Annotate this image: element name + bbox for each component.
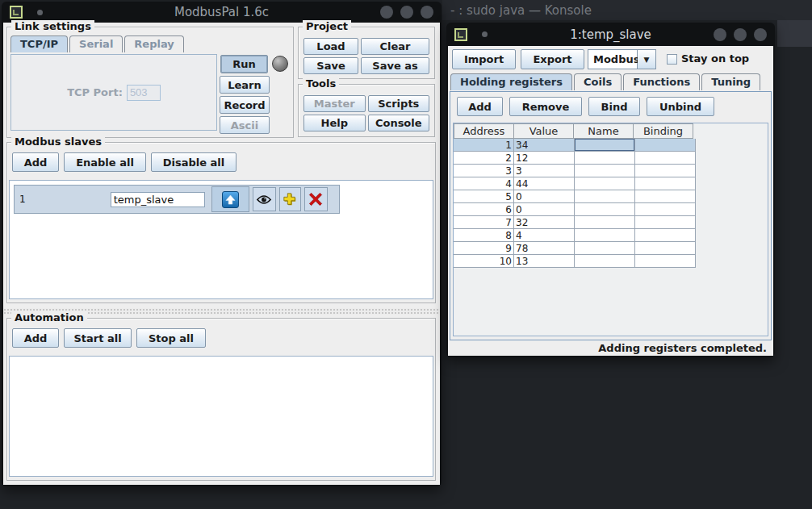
- tcp-port-field[interactable]: [127, 85, 161, 101]
- maximize-icon[interactable]: [734, 28, 747, 41]
- eye-icon[interactable]: [253, 187, 276, 211]
- close-icon[interactable]: [421, 6, 433, 19]
- cell-name[interactable]: [575, 165, 635, 177]
- cell-name[interactable]: [575, 152, 635, 165]
- cell-bind[interactable]: [635, 165, 696, 177]
- cell-val[interactable]: 12: [514, 152, 575, 165]
- maximize-icon[interactable]: [400, 6, 413, 19]
- cell-bind[interactable]: [635, 177, 696, 190]
- cell-name[interactable]: [575, 216, 635, 229]
- cell-val[interactable]: 32: [514, 216, 575, 229]
- table-row[interactable]: 732: [454, 216, 768, 229]
- cell-bind[interactable]: [635, 229, 696, 242]
- add-automation-button[interactable]: Add: [12, 328, 59, 348]
- stay-on-top-label[interactable]: Stay on top: [681, 52, 749, 65]
- mode-combobox[interactable]: Modbus ▼: [588, 49, 656, 69]
- close-icon[interactable]: [754, 28, 767, 41]
- table-row[interactable]: 84: [454, 229, 768, 242]
- minimize-icon[interactable]: [380, 6, 393, 19]
- cell-addr[interactable]: 2: [454, 152, 514, 165]
- disable-all-button[interactable]: Disable all: [151, 152, 236, 172]
- cell-addr[interactable]: 4: [454, 177, 514, 190]
- tab-coils[interactable]: Coils: [574, 73, 622, 90]
- scripts-button[interactable]: Scripts: [368, 95, 430, 112]
- cell-addr[interactable]: 6: [454, 203, 514, 216]
- cell-addr[interactable]: 8: [454, 229, 514, 242]
- tab-functions[interactable]: Functions: [623, 73, 700, 90]
- add-automation-icon[interactable]: [279, 187, 301, 211]
- add-slave-button[interactable]: Add: [12, 152, 59, 172]
- add-register-button[interactable]: Add: [457, 97, 503, 116]
- column-header-value[interactable]: Value: [513, 123, 574, 139]
- cell-bind[interactable]: [635, 139, 696, 152]
- stay-on-top-checkbox[interactable]: [667, 54, 677, 65]
- window-menu-icon[interactable]: [10, 6, 23, 19]
- cell-addr[interactable]: 5: [454, 190, 514, 203]
- cell-bind[interactable]: [635, 216, 696, 229]
- window-menu-icon[interactable]: [454, 28, 467, 41]
- table-row[interactable]: 978: [454, 242, 768, 255]
- remove-register-button[interactable]: Remove: [509, 97, 582, 116]
- cell-addr[interactable]: 3: [454, 165, 514, 177]
- table-row[interactable]: 60: [454, 203, 768, 216]
- table-row[interactable]: 134: [454, 139, 768, 152]
- cell-name[interactable]: [575, 242, 635, 255]
- cell-name[interactable]: [575, 203, 635, 216]
- cell-name[interactable]: [575, 255, 635, 268]
- slave-row[interactable]: 1: [14, 185, 340, 214]
- cell-bind[interactable]: [635, 190, 696, 203]
- slave-editor-titlebar[interactable]: 1:temp_slave: [446, 23, 775, 46]
- table-row[interactable]: 212: [454, 152, 768, 165]
- minimize-icon[interactable]: [714, 28, 726, 41]
- slave-name-field[interactable]: [111, 192, 205, 207]
- cell-bind[interactable]: [635, 255, 696, 268]
- learn-button[interactable]: Learn: [220, 76, 270, 94]
- help-button[interactable]: Help: [303, 115, 366, 131]
- column-header-name[interactable]: Name: [573, 123, 634, 139]
- table-row[interactable]: 1013: [454, 255, 768, 268]
- record-button[interactable]: Record: [220, 96, 270, 114]
- cell-val[interactable]: 4: [514, 229, 575, 242]
- save-as-button[interactable]: Save as: [361, 57, 429, 74]
- stop-all-button[interactable]: Stop all: [136, 328, 206, 348]
- tab-replay[interactable]: Replay: [124, 35, 183, 52]
- cell-val[interactable]: 34: [514, 139, 575, 152]
- cell-name[interactable]: [575, 139, 635, 152]
- cell-val[interactable]: 13: [514, 255, 575, 268]
- enable-all-button[interactable]: Enable all: [64, 152, 146, 172]
- column-header-binding[interactable]: Binding: [633, 123, 693, 139]
- cell-addr[interactable]: 9: [454, 242, 514, 255]
- import-button[interactable]: Import: [452, 49, 516, 69]
- run-button[interactable]: Run: [220, 55, 268, 73]
- start-all-button[interactable]: Start all: [64, 328, 132, 348]
- cell-name[interactable]: [575, 229, 635, 242]
- bind-button[interactable]: Bind: [588, 97, 640, 116]
- table-row[interactable]: 50: [454, 190, 768, 203]
- cell-addr[interactable]: 7: [454, 216, 514, 229]
- table-row[interactable]: 444: [454, 177, 768, 190]
- save-button[interactable]: Save: [303, 57, 358, 74]
- tab-tuning[interactable]: Tuning: [701, 73, 760, 90]
- cell-bind[interactable]: [635, 242, 696, 255]
- clear-button[interactable]: Clear: [361, 38, 429, 55]
- cell-val[interactable]: 78: [514, 242, 575, 255]
- cell-bind[interactable]: [635, 152, 696, 165]
- tab-tcpip[interactable]: TCP/IP: [10, 35, 68, 52]
- column-header-address[interactable]: Address: [454, 123, 514, 139]
- cell-name[interactable]: [575, 177, 635, 190]
- slave-enable-toggle[interactable]: [211, 186, 249, 212]
- load-button[interactable]: Load: [303, 38, 358, 55]
- export-button[interactable]: Export: [521, 49, 584, 69]
- cell-val[interactable]: 3: [514, 165, 575, 177]
- tab-holding-registers[interactable]: Holding registers: [450, 73, 572, 90]
- cell-val[interactable]: 44: [514, 177, 575, 190]
- cell-val[interactable]: 0: [514, 203, 575, 216]
- chevron-down-icon[interactable]: ▼: [638, 49, 656, 69]
- console-button[interactable]: Console: [368, 115, 430, 131]
- cell-addr[interactable]: 1: [454, 139, 514, 152]
- table-row[interactable]: 33: [454, 165, 768, 177]
- unbind-button[interactable]: Unbind: [647, 97, 714, 116]
- delete-slave-icon[interactable]: [304, 187, 328, 211]
- cell-bind[interactable]: [635, 203, 696, 216]
- tab-serial[interactable]: Serial: [69, 35, 123, 52]
